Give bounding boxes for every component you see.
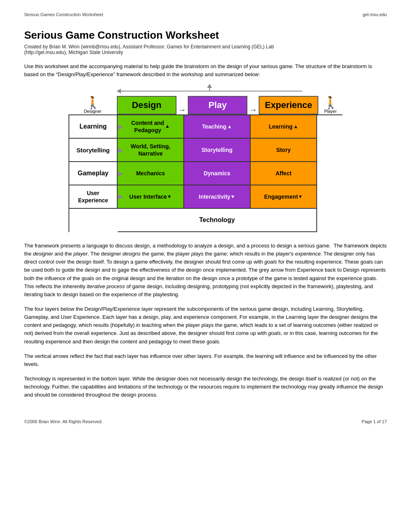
main-grid: Learning Content and Pedagogy ▲ Teaching… [68, 114, 342, 232]
row3-exp: Affect [251, 162, 317, 185]
row1-play: Teaching ▲ [184, 115, 251, 139]
experience-box: Experience [259, 96, 318, 114]
technology-cell: Technology [118, 209, 317, 232]
row2-exp: Story [251, 139, 317, 162]
page-header: Serious Games Construction Worksheet gel… [24, 12, 387, 17]
header-left: Serious Games Construction Worksheet [24, 12, 103, 17]
play-to-exp-arrow: → [247, 105, 259, 114]
down-arrow-2: ▼ [230, 194, 235, 200]
row2-play: Storytelling [184, 139, 251, 162]
designer-label: Designer [84, 109, 102, 114]
design-box: Design [117, 96, 176, 114]
intro-text: Use this worksheet and the accompanying … [24, 62, 387, 78]
down-arrow-1: ▼ [167, 194, 172, 200]
row1-design: Content and Pedagogy ▲ [118, 115, 184, 139]
footer-right: Page 1 of 17 [362, 419, 387, 424]
design-to-play-arrow: → [176, 105, 188, 114]
down-arrow-3: ▼ [298, 194, 303, 200]
diagram-container: 🚶 Designer Design → Play → Experience 🚶 [24, 87, 387, 232]
row4-design: User Interface ▼ [118, 185, 184, 209]
framework-diagram: 🚶 Designer Design → Play → Experience 🚶 [68, 87, 342, 232]
footer-left: ©2006 Brian Winn. All Rights Reserved. [24, 419, 103, 424]
row2-left: Storytelling [69, 139, 118, 162]
row4-left: User Experience [69, 185, 118, 209]
row2-design: World, Setting, Narrative [118, 139, 184, 162]
up-arrow-1: ▲ [165, 123, 170, 130]
row1-left: Learning [69, 115, 118, 139]
row3-left: Gameplay [69, 162, 118, 185]
up-arrow-3: ▲ [293, 124, 298, 129]
row3-play: Dynamics [184, 162, 251, 185]
player-figure: 🚶 [323, 97, 338, 109]
up-arrow-2: ▲ [227, 124, 232, 129]
body-paragraph-3: The vertical arrows reflect the fact tha… [24, 352, 387, 368]
body-paragraph-2: The four layers below the Design/Play/Ex… [24, 305, 387, 346]
page-footer: ©2006 Brian Winn. All Rights Reserved. P… [24, 415, 387, 424]
player-label: Player [324, 109, 336, 114]
subtitle: Created by Brian M. Winn (winnb@msu.edu)… [24, 44, 387, 55]
row4-exp: Engagement ▼ [251, 185, 317, 209]
row3-design: Mechanics [118, 162, 184, 185]
row1-exp: Learning ▲ [251, 115, 317, 139]
designer-figure: 🚶 [85, 97, 100, 109]
header-right: gel.msu.edu [363, 12, 387, 17]
body-paragraph-1: The framework presents a language to dis… [24, 242, 387, 299]
play-box: Play [188, 96, 247, 114]
row4-play: Interactivity ▼ [184, 185, 251, 209]
page-title: Serious Game Construction Worksheet [24, 29, 387, 42]
body-paragraph-4: Technology is represented in the bottom … [24, 375, 387, 399]
